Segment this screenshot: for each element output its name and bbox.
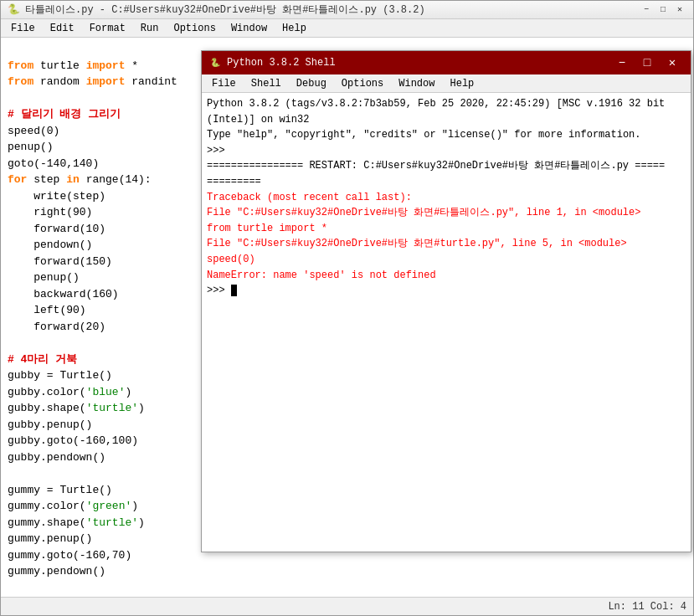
shell-menu-window[interactable]: Window [392,75,441,92]
shell-restart-continuation: ========= [207,174,686,190]
shell-content[interactable]: Python 3.8.2 (tags/v3.8.2:7b3ab59, Feb 2… [202,93,691,533]
editor-icon: 🐍 [8,3,20,16]
editor-minimize-button[interactable]: − [640,4,653,16]
editor-menu-options[interactable]: Options [167,20,222,37]
editor-menu-window[interactable]: Window [224,20,274,37]
shell-maximize-button[interactable]: □ [635,54,659,72]
shell-close-button[interactable]: ✕ [661,54,684,72]
editor-menubar: File Edit Format Run Options Window Help [1,19,693,38]
shell-menu-options[interactable]: Options [335,75,390,92]
shell-file1: File "C:#Users#kuy32#OneDrive#바탕 화면#타틀레이… [207,205,686,221]
shell-file2-code: speed(0) [207,252,686,268]
shell-titlebar: 🐍 Python 3.8.2 Shell − □ ✕ [202,51,691,74]
shell-menu-debug[interactable]: Debug [290,75,333,92]
shell-prompt-1: >>> [207,143,686,159]
shell-file1-code: from turtle import * [207,221,686,237]
shell-title: Python 3.8.2 Shell [227,57,610,69]
shell-menu-shell[interactable]: Shell [244,75,288,92]
shell-error: NameError: name 'speed' is not defined [207,268,686,284]
shell-minimize-button[interactable]: − [610,54,634,72]
shell-icon: 🐍 [208,56,222,69]
editor-close-button[interactable]: ✕ [673,4,686,16]
shell-prompt-2[interactable]: >>> [207,283,686,299]
editor-title: 타틀레이스.py - C:#Users#kuy32#OneDrive#바탕 화면… [25,3,640,17]
shell-menu-file[interactable]: File [205,75,243,92]
shell-cursor [231,285,237,296]
shell-window-controls: − □ ✕ [610,54,684,72]
shell-file2: File "C:#Users#kuy32#OneDrive#바탕 화면#turt… [207,236,686,252]
editor-titlebar: 🐍 타틀레이스.py - C:#Users#kuy32#OneDrive#바탕 … [1,1,693,19]
shell-window: 🐍 Python 3.8.2 Shell − □ ✕ File Shell De… [201,50,691,552]
editor-menu-edit[interactable]: Edit [44,20,81,37]
shell-menu-help[interactable]: Help [443,75,481,92]
editor-statusbar: Ln: 11 Col: 4 [1,597,693,615]
shell-menubar: File Shell Debug Options Window Help [202,74,691,93]
editor-menu-format[interactable]: Format [83,20,132,37]
shell-traceback-header: Traceback (most recent call last): [207,190,686,206]
shell-help-hint: Type "help", "copyright", "credits" or "… [207,127,686,143]
editor-window-controls: − □ ✕ [640,4,686,16]
editor-cursor-position: Ln: 11 Col: 4 [608,601,686,613]
editor-maximize-button[interactable]: □ [656,4,670,16]
shell-startup: Python 3.8.2 (tags/v3.8.2:7b3ab59, Feb 2… [207,96,686,127]
editor-menu-help[interactable]: Help [275,20,313,37]
shell-restart-line: ================ RESTART: C:#Users#kuy32… [207,158,686,174]
editor-menu-run[interactable]: Run [134,20,166,37]
editor-menu-file[interactable]: File [4,20,42,37]
